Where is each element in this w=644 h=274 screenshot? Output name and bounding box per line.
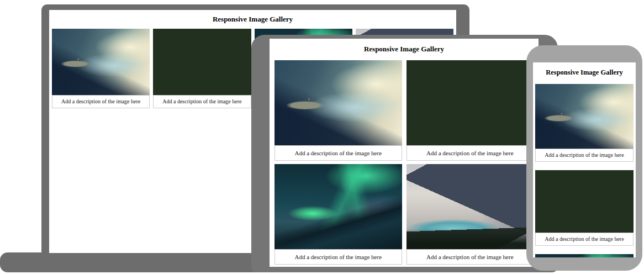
gallery-card: Add a description of the image here [407, 60, 534, 161]
phone-screen: Responsive Image Gallery Add a descripti… [533, 62, 636, 257]
gallery-card: Add a description of the image here [275, 60, 402, 161]
page-title: Responsive Image Gallery [49, 10, 456, 24]
image-caption: Add a description of the image here [535, 233, 634, 246]
image-caption: Add a description of the image here [407, 145, 534, 161]
photo-northern-lights[interactable] [535, 254, 634, 257]
phone-device-frame: Responsive Image Gallery Add a descripti… [526, 45, 642, 271]
photo-fjord-cliff[interactable] [535, 84, 634, 149]
image-caption: Add a description of the image here [407, 249, 534, 265]
photo-forest-bridge[interactable] [535, 170, 634, 233]
gallery-grid: Add a description of the image here Add … [270, 60, 539, 265]
gallery-card: Add a description of the image here [535, 170, 634, 246]
gallery-card: Add a description of the image here [153, 29, 251, 108]
gallery-card: Add a description of the image here [52, 29, 150, 108]
page-title: Responsive Image Gallery [270, 39, 539, 54]
gallery-card: Add a description of the image here [535, 84, 634, 162]
gallery-card: Add a description of the image here [407, 164, 534, 265]
image-caption: Add a description of the image here [153, 95, 251, 108]
page-title: Responsive Image Gallery [533, 62, 636, 77]
photo-fjord-cliff[interactable] [275, 60, 402, 145]
image-caption: Add a description of the image here [52, 95, 150, 108]
gallery-list: Add a description of the image here Add … [533, 84, 636, 257]
image-caption: Add a description of the image here [275, 249, 402, 265]
photo-northern-lights[interactable] [275, 164, 402, 249]
gallery-card: Add a description of the image here [535, 254, 634, 257]
photo-fjord-cliff[interactable] [52, 29, 150, 95]
image-caption: Add a description of the image here [535, 149, 634, 162]
tablet-device-frame: Responsive Image Gallery Add a descripti… [251, 35, 558, 272]
photo-forest-bridge[interactable] [153, 29, 251, 95]
tablet-screen: Responsive Image Gallery Add a descripti… [270, 39, 539, 267]
photo-mountain-lake[interactable] [407, 164, 534, 249]
gallery-card: Add a description of the image here [275, 164, 402, 265]
photo-forest-bridge[interactable] [407, 60, 534, 145]
image-caption: Add a description of the image here [275, 145, 402, 161]
